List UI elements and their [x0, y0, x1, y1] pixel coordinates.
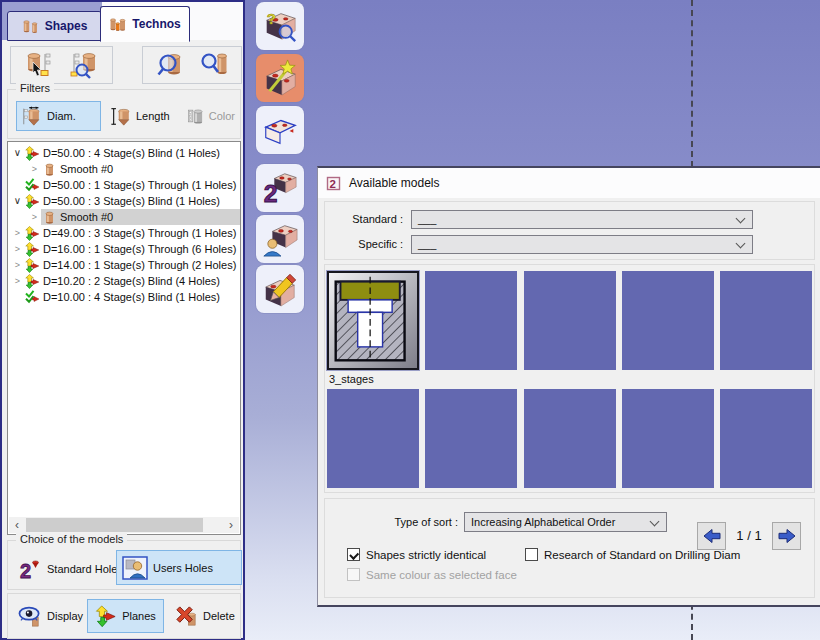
action-button-delete[interactable]: Delete	[169, 599, 240, 633]
cylinder-icon	[42, 210, 57, 225]
model-name-label: 3_stages	[329, 373, 374, 385]
model-cell[interactable]	[425, 271, 517, 370]
holes-side-panel: Shapes Technos	[0, 0, 245, 640]
tab-shapes[interactable]: Shapes	[7, 11, 102, 41]
tree-expander-closed-icon[interactable]: >	[11, 273, 24, 289]
model-cell[interactable]	[425, 389, 517, 488]
standard-dropdown-value: ___	[418, 213, 436, 225]
model-cell[interactable]	[720, 389, 812, 488]
dialog-checkbox[interactable]: Research of Standard on Drilling Diam	[525, 548, 740, 561]
model-cell[interactable]	[524, 271, 616, 370]
side-toolbar-button[interactable]	[256, 54, 304, 102]
svg-text:2: 2	[330, 178, 336, 190]
model-cell[interactable]	[327, 271, 419, 370]
tree-item[interactable]: > D=49.00 : 3 Stage(s) Through (1 Holes)	[8, 225, 240, 241]
tree-item[interactable]: > Smooth #0	[8, 161, 240, 177]
action-button-display[interactable]: Display	[13, 599, 88, 633]
tree-expander-closed-icon[interactable]: >	[11, 241, 24, 257]
tree-horizontal-scrollbar[interactable]: ‹ ›	[9, 517, 239, 533]
tree-expander-closed-icon[interactable]: >	[28, 161, 41, 177]
tree-item[interactable]: ∨ D=50.00 : 3 Stage(s) Blind (1 Holes)	[8, 193, 240, 209]
next-page-button[interactable]	[772, 522, 801, 550]
choice-button-standard-holes[interactable]: 2 Standard Holes	[12, 553, 129, 585]
face-holes-block-icon	[261, 111, 299, 149]
standard-field-label: Standard :	[325, 213, 411, 225]
tree-expander-closed-icon[interactable]: >	[11, 257, 24, 273]
tree-item-label: D=49.00 : 3 Stage(s) Through (1 Holes)	[43, 227, 240, 239]
dialog-checkbox[interactable]: Shapes strictly identical	[347, 548, 486, 561]
purple-2-document-icon: 2	[326, 176, 341, 191]
choice-button-users-holes[interactable]: Users Holes	[116, 550, 242, 585]
scrollbar-thumb[interactable]	[26, 518, 203, 532]
model-cell[interactable]	[524, 389, 616, 488]
tree-item-label: D=16.00 : 1 Stage(s) Through (6 Holes)	[43, 243, 240, 255]
tree-item[interactable]: > Smooth #0	[8, 209, 240, 225]
specific-field-label: Specific :	[325, 238, 411, 250]
tree-expander-closed-icon[interactable]: >	[28, 209, 41, 225]
side-toolbar-button[interactable]: 2	[256, 164, 304, 212]
shapes-cylinders-icon	[22, 19, 40, 34]
filter-color-label: Color	[209, 110, 235, 122]
filters-group-label: Filters	[16, 82, 54, 94]
scroll-right-icon[interactable]: ›	[223, 517, 239, 533]
tree-item[interactable]: > D=14.00 : 1 Stage(s) Through (2 Holes)	[8, 257, 240, 273]
tree-item[interactable]: D=50.00 : 1 Stage(s) Through (1 Holes)	[8, 177, 240, 193]
tree-item-label: D=10.20 : 2 Stage(s) Blind (4 Holes)	[43, 275, 224, 287]
action-button-planes[interactable]: Planes	[87, 599, 164, 633]
chevron-down-icon	[736, 238, 746, 248]
delete-x-icon	[174, 604, 199, 629]
filter-length-label: Length	[136, 110, 170, 122]
filter-button-color[interactable]: Color	[182, 101, 240, 131]
arrow-right-icon	[777, 528, 797, 544]
tab-technos[interactable]: Technos	[100, 6, 190, 42]
standards-group: Standard : ___ Specific : ___	[324, 201, 815, 260]
search-hole-tree-icon[interactable]	[66, 49, 102, 81]
zoom-hole-alt-icon[interactable]	[196, 49, 232, 81]
tree-item[interactable]: > D=10.20 : 2 Stage(s) Blind (4 Holes)	[8, 273, 240, 289]
standard-dropdown[interactable]: ___	[411, 210, 753, 229]
hole-green-icon	[25, 178, 40, 193]
standard-holes-label: Standard Holes	[47, 563, 123, 575]
side-toolbar-button[interactable]	[256, 265, 304, 313]
svg-text:2: 2	[264, 180, 278, 207]
hole-yellow-icon	[25, 194, 40, 209]
planes-label: Planes	[122, 610, 156, 622]
previous-page-button[interactable]	[697, 522, 726, 550]
tree-item[interactable]: > D=16.00 : 1 Stage(s) Through (6 Holes)	[8, 241, 240, 257]
checkbox-label: Research of Standard on Drilling Diam	[544, 549, 740, 561]
filter-button-length[interactable]: Length	[105, 101, 179, 131]
checkbox-box[interactable]	[347, 548, 360, 561]
users-holes-label: Users Holes	[153, 562, 213, 574]
technos-cylinders-icon	[109, 17, 127, 32]
side-toolbar-button[interactable]	[256, 215, 304, 263]
tree-expander-closed-icon[interactable]: >	[11, 225, 24, 241]
tree-item-label: D=10.00 : 4 Stage(s) Blind (1 Holes)	[43, 291, 224, 303]
hole-yellow-icon	[25, 226, 40, 241]
color-filter-icon	[187, 105, 205, 127]
dialog-checkbox[interactable]: Same colour as selected face	[347, 568, 517, 581]
sort-dropdown[interactable]: Increasing Alphabetical Order	[464, 512, 667, 532]
page-indicator: 1 / 1	[728, 528, 770, 543]
checkbox-box[interactable]	[525, 548, 538, 561]
side-toolbar-button[interactable]: ?	[256, 2, 304, 50]
specific-dropdown[interactable]: ___	[411, 235, 753, 254]
tree-expander-open-icon[interactable]: ∨	[11, 193, 24, 209]
tree-item[interactable]: ∨ D=50.00 : 4 Stage(s) Blind (1 Holes)	[8, 145, 240, 161]
model-cell[interactable]	[622, 389, 714, 488]
model-cell[interactable]	[622, 271, 714, 370]
zoom-hole-icon[interactable]	[152, 49, 188, 81]
sort-options-group: Type of sort : Increasing Alphabetical O…	[324, 498, 815, 598]
model-cell[interactable]	[327, 389, 419, 488]
standard-holes-icon: 2	[18, 557, 42, 581]
query-hole-block-icon: ?	[261, 7, 299, 45]
pick-hole-icon[interactable]	[21, 49, 57, 81]
model-cell[interactable]	[720, 271, 812, 370]
users-holes-icon	[122, 556, 148, 580]
scroll-left-icon[interactable]: ‹	[9, 517, 25, 533]
filter-button-diameter[interactable]: Diam.	[16, 101, 101, 131]
checkbox-box[interactable]	[347, 568, 360, 581]
svg-text:2: 2	[20, 560, 31, 581]
tree-item[interactable]: D=10.00 : 4 Stage(s) Blind (1 Holes)	[8, 289, 240, 305]
tree-expander-open-icon[interactable]: ∨	[11, 145, 24, 161]
side-toolbar-button[interactable]	[256, 106, 304, 154]
